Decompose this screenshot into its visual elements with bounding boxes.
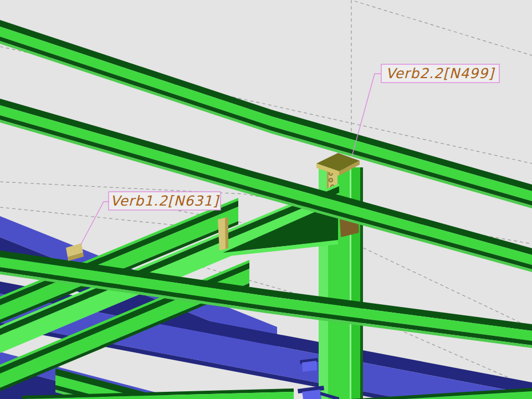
purlin-clip-1-web — [302, 361, 317, 372]
label-text-verb2: Verb2.2[N499] — [386, 65, 495, 81]
cad-viewport[interactable]: Verb1.2[N631] Verb2.2[N499] — [0, 0, 532, 399]
stiffener-edge — [225, 217, 228, 249]
label-text-verb1: Verb1.2[N631] — [110, 193, 220, 209]
bolt — [329, 178, 333, 182]
